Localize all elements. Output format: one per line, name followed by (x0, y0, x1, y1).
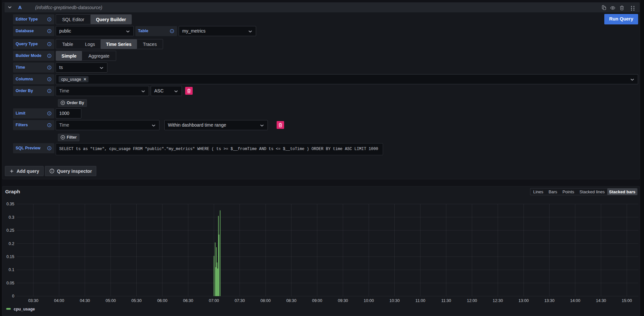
svg-text:06:00: 06:00 (157, 298, 167, 303)
svg-text:15:00: 15:00 (622, 298, 632, 303)
svg-text:05:30: 05:30 (131, 298, 142, 303)
svg-text:12:30: 12:30 (493, 298, 503, 303)
svg-text:09:00: 09:00 (312, 298, 322, 303)
svg-text:10:30: 10:30 (390, 298, 400, 303)
svg-text:05:00: 05:00 (106, 298, 116, 303)
svg-text:13:00: 13:00 (518, 298, 528, 303)
svg-text:0.35: 0.35 (7, 202, 14, 206)
svg-text:0.25: 0.25 (7, 228, 14, 233)
svg-text:07:30: 07:30 (235, 298, 245, 303)
svg-text:03:30: 03:30 (28, 298, 38, 303)
svg-text:14:00: 14:00 (570, 298, 580, 303)
svg-text:12:00: 12:00 (467, 298, 477, 303)
svg-text:14:30: 14:30 (596, 298, 606, 303)
svg-text:07:00: 07:00 (209, 298, 219, 303)
svg-text:09:30: 09:30 (338, 298, 348, 303)
svg-text:08:30: 08:30 (286, 298, 296, 303)
svg-text:0.3: 0.3 (9, 215, 14, 220)
svg-text:0.05: 0.05 (7, 281, 14, 285)
svg-text:04:00: 04:00 (54, 298, 64, 303)
svg-text:11:30: 11:30 (441, 298, 451, 303)
svg-text:cpu_usage: cpu_usage (14, 307, 35, 311)
svg-text:0.15: 0.15 (7, 254, 14, 259)
svg-text:0: 0 (12, 294, 14, 298)
svg-text:11:00: 11:00 (416, 298, 425, 303)
svg-text:04:30: 04:30 (80, 298, 90, 303)
svg-text:06:30: 06:30 (183, 298, 193, 303)
svg-text:08:00: 08:00 (260, 298, 270, 303)
svg-text:0.1: 0.1 (9, 268, 14, 272)
svg-text:13:30: 13:30 (544, 298, 555, 303)
svg-text:0.2: 0.2 (9, 241, 14, 246)
svg-text:10:00: 10:00 (364, 298, 374, 303)
